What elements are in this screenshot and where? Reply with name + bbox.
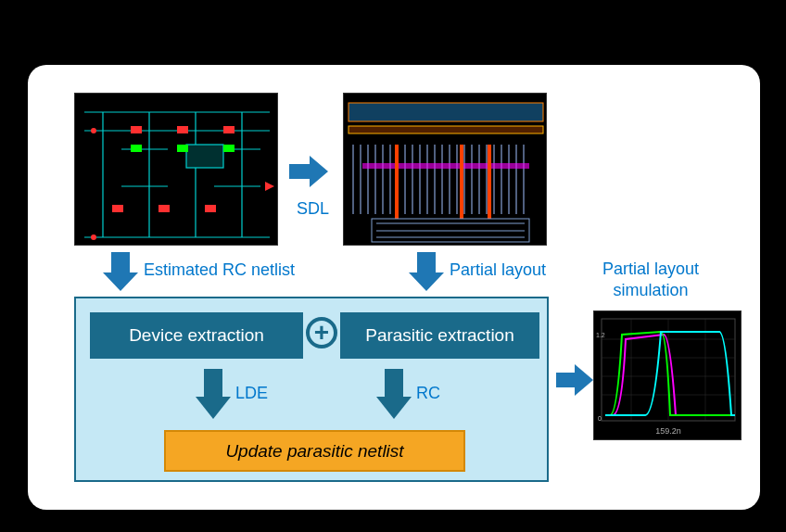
simulation-plot: 159.2n 0 1.2: [593, 310, 742, 440]
svg-point-2: [91, 234, 96, 240]
svg-rect-24: [417, 252, 436, 272]
main-panel: SDL Estimated RC netlist Partial layout: [28, 65, 760, 510]
waveform-chart-icon: 159.2n 0 1.2: [594, 311, 742, 441]
svg-rect-10: [131, 145, 142, 152]
svg-rect-7: [158, 205, 170, 212]
layout-thumbnail: [343, 93, 547, 246]
svg-rect-6: [112, 205, 123, 212]
svg-marker-25: [409, 272, 444, 291]
svg-rect-20: [488, 145, 491, 219]
svg-rect-5: [223, 126, 235, 133]
svg-rect-0: [186, 145, 223, 168]
parasitic-extraction-box: Parasitic extraction: [340, 312, 539, 359]
partial-simulation-label: Partial layout simulation: [602, 259, 699, 302]
partial-layout-label: Partial layout: [450, 260, 546, 280]
svg-point-1: [91, 128, 96, 133]
arrow-down-icon: [403, 248, 450, 295]
update-parasitic-netlist-box: Update parasitic netlist: [164, 430, 465, 472]
extraction-box: Device extraction + Parasitic extraction…: [74, 297, 549, 482]
schematic-thumbnail: [74, 93, 278, 246]
svg-marker-27: [196, 397, 231, 419]
lde-label: LDE: [235, 384, 268, 403]
svg-rect-18: [395, 145, 399, 219]
arrow-down-icon: [190, 365, 236, 421]
svg-rect-4: [177, 126, 188, 133]
svg-rect-15: [349, 103, 543, 121]
svg-rect-11: [177, 145, 188, 152]
svg-rect-3: [131, 126, 142, 133]
rc-label: RC: [416, 384, 440, 403]
svg-rect-8: [205, 205, 216, 212]
svg-rect-16: [349, 126, 543, 133]
sdl-label: SDL: [297, 199, 329, 219]
svg-rect-28: [385, 369, 403, 397]
svg-rect-26: [204, 369, 222, 397]
device-extraction-box: Device extraction: [90, 312, 303, 359]
svg-marker-23: [103, 272, 138, 291]
svg-rect-13: [289, 164, 310, 179]
svg-text:0: 0: [598, 415, 602, 422]
estimated-rc-label: Estimated RC netlist: [144, 260, 295, 280]
svg-rect-19: [460, 145, 463, 219]
svg-marker-29: [376, 397, 412, 419]
svg-marker-31: [575, 364, 593, 396]
arrow-right-icon: [285, 148, 332, 195]
ic-layout-icon: [344, 94, 548, 247]
plus-icon: +: [306, 317, 337, 348]
svg-marker-14: [310, 156, 328, 187]
svg-rect-17: [362, 163, 529, 169]
arrow-down-icon: [97, 248, 144, 295]
svg-rect-12: [223, 145, 235, 152]
schematic-circuit-icon: [75, 94, 279, 247]
arrow-right-icon: [554, 357, 596, 403]
x-axis-tick: 159.2n: [655, 426, 681, 436]
svg-text:1.2: 1.2: [596, 332, 605, 338]
svg-rect-30: [556, 373, 575, 387]
svg-rect-22: [111, 252, 130, 272]
svg-marker-9: [265, 182, 274, 191]
arrow-down-icon: [371, 365, 417, 421]
